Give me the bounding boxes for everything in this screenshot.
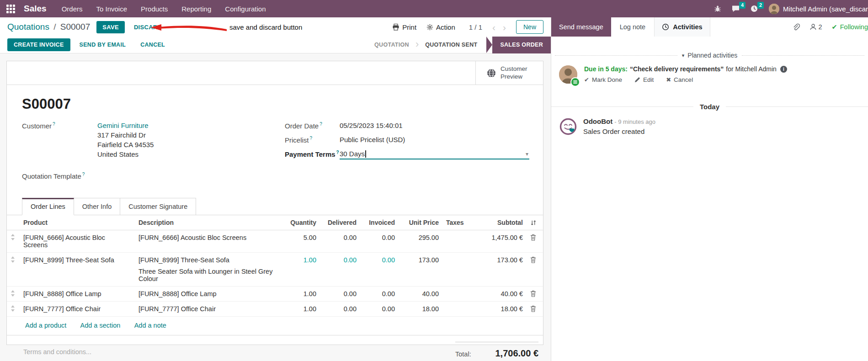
cell-description[interactable]: [FURN_8999] Three-Seat Sofa Three Seater… <box>135 253 279 287</box>
cell-product[interactable]: [FURN_8888] Office Lamp <box>20 287 135 302</box>
add-product-link[interactable]: Add a product <box>25 322 66 329</box>
breadcrumb-quotations[interactable]: Quotations <box>7 22 49 32</box>
menu-orders[interactable]: Orders <box>55 0 90 17</box>
new-button[interactable]: New <box>516 20 543 34</box>
menu-products[interactable]: Products <box>134 0 175 17</box>
tab-customer-signature[interactable]: Customer Signature <box>120 198 196 215</box>
cell-product[interactable]: [FURN_7777] Office Chair <box>20 302 135 317</box>
cell-taxes[interactable] <box>442 253 472 287</box>
following-button[interactable]: ✔ Following <box>832 23 868 31</box>
order-date-value[interactable]: 05/25/2023 15:40:01 <box>340 122 403 130</box>
cell-taxes[interactable] <box>442 287 472 302</box>
cell-unit-price[interactable]: 18.00 <box>399 302 442 317</box>
delete-row-button[interactable] <box>527 230 543 253</box>
optional-columns-button[interactable] <box>527 215 543 230</box>
cancel-button[interactable]: CANCEL <box>135 38 170 51</box>
delete-row-button[interactable] <box>527 302 543 317</box>
cell-invoiced[interactable]: 0.00 <box>360 253 399 287</box>
app-name[interactable]: Sales <box>21 4 55 14</box>
cell-taxes[interactable] <box>442 230 472 253</box>
stage-sales-order[interactable]: SALES ORDER <box>492 37 551 53</box>
cell-description[interactable]: [FURN_6666] Acoustic Bloc Screens <box>135 230 279 253</box>
pager-previous[interactable]: ‹ <box>492 22 495 32</box>
cell-product[interactable]: [FURN_8999] Three-Seat Sofa <box>20 253 135 287</box>
cell-subtotal[interactable]: 1,475.00 € <box>472 230 527 253</box>
col-quantity[interactable]: Quantity <box>279 215 320 230</box>
cell-description[interactable]: [FURN_7777] Office Chair <box>135 302 279 317</box>
pager-next[interactable]: › <box>503 22 506 32</box>
cell-description[interactable]: [FURN_8888] Office Lamp <box>135 287 279 302</box>
delete-row-button[interactable] <box>527 253 543 287</box>
tab-order-lines[interactable]: Order Lines <box>22 198 74 215</box>
menu-configuration[interactable]: Configuration <box>218 0 272 17</box>
apps-menu-button[interactable] <box>0 0 21 17</box>
tab-other-info[interactable]: Other Info <box>74 198 120 215</box>
debug-bug-icon[interactable] <box>709 0 726 17</box>
drag-handle-icon[interactable] <box>7 230 20 253</box>
attach-files-button[interactable] <box>792 23 800 31</box>
menu-to-invoice[interactable]: To Invoice <box>90 0 134 17</box>
dropdown-caret-icon[interactable]: ▾ <box>526 151 528 157</box>
cell-invoiced[interactable]: 0.00 <box>360 287 399 302</box>
cell-quantity[interactable]: 5.00 <box>279 230 320 253</box>
customer-link[interactable]: Gemini Furniture <box>97 122 154 129</box>
col-delivered[interactable]: Delivered <box>320 215 360 230</box>
activities-schedule-button[interactable]: Activities <box>654 17 710 37</box>
message-author[interactable]: OdooBot <box>583 117 612 125</box>
col-product[interactable]: Product <box>20 215 135 230</box>
action-button[interactable]: Action <box>426 23 455 31</box>
drag-handle-icon[interactable] <box>7 302 20 317</box>
send-message-button[interactable]: Send message <box>551 17 611 37</box>
col-invoiced[interactable]: Invoiced <box>360 215 399 230</box>
stage-quotation-sent[interactable]: QUOTATION SENT <box>419 42 484 48</box>
cell-subtotal[interactable]: 173.00 € <box>472 253 527 287</box>
col-subtotal[interactable]: Subtotal <box>472 215 527 230</box>
menu-reporting[interactable]: Reporting <box>175 0 218 17</box>
cell-taxes[interactable] <box>442 302 472 317</box>
planned-activities-toggle[interactable]: ▾ Planned activities <box>682 52 737 59</box>
customer-preview-button[interactable]: Customer Preview <box>475 61 543 85</box>
user-name[interactable]: Mitchell Admin (save_discar <box>783 5 868 13</box>
cell-subtotal[interactable]: 40.00 € <box>472 287 527 302</box>
save-button[interactable]: SAVE <box>96 21 125 33</box>
send-by-email-button[interactable]: SEND BY EMAIL <box>74 38 132 51</box>
add-note-link[interactable]: Add a note <box>134 322 166 329</box>
cell-quantity[interactable]: 1.00 <box>279 253 320 287</box>
log-note-button[interactable]: Log note <box>611 17 654 37</box>
cell-unit-price[interactable]: 173.00 <box>399 253 442 287</box>
cell-product[interactable]: [FURN_6666] Acoustic Bloc Screens <box>20 230 135 253</box>
stage-quotation[interactable]: QUOTATION <box>368 42 415 48</box>
followers-button[interactable]: 2 <box>809 23 822 31</box>
activities-button[interactable]: 2 <box>745 0 763 17</box>
cell-subtotal[interactable]: 18.00 € <box>472 302 527 317</box>
col-taxes[interactable]: Taxes <box>442 215 472 230</box>
cell-invoiced[interactable]: 0.00 <box>360 230 399 253</box>
messages-button[interactable]: 4 <box>726 0 745 17</box>
cell-quantity[interactable]: 1.00 <box>279 302 320 317</box>
mark-done-button[interactable]: ✔ Mark Done <box>584 76 622 83</box>
cell-invoiced[interactable]: 0.00 <box>360 302 399 317</box>
add-section-link[interactable]: Add a section <box>80 322 121 329</box>
drag-handle-icon[interactable] <box>7 287 20 302</box>
edit-activity-button[interactable]: Edit <box>634 76 654 83</box>
col-unit-price[interactable]: Unit Price <box>399 215 442 230</box>
cell-unit-price[interactable]: 40.00 <box>399 287 442 302</box>
cell-quantity[interactable]: 1.00 <box>279 287 320 302</box>
payment-terms-input[interactable]: 30 Days ▾ <box>340 150 529 159</box>
cancel-activity-button[interactable]: ✖ Cancel <box>666 76 693 83</box>
cell-delivered[interactable]: 0.00 <box>320 253 360 287</box>
cell-delivered[interactable]: 0.00 <box>320 302 360 317</box>
terms-placeholder[interactable]: Terms and conditions... <box>23 348 91 359</box>
cell-delivered[interactable]: 0.00 <box>320 287 360 302</box>
cell-unit-price[interactable]: 295.00 <box>399 230 442 253</box>
create-invoice-button[interactable]: CREATE INVOICE <box>7 38 70 51</box>
delete-row-button[interactable] <box>527 287 543 302</box>
user-avatar[interactable] <box>769 4 779 14</box>
odoobot-avatar[interactable] <box>559 117 577 136</box>
info-icon[interactable]: i <box>780 66 787 73</box>
col-description[interactable]: Description <box>135 215 279 230</box>
drag-handle-icon[interactable] <box>7 253 20 287</box>
print-button[interactable]: Print <box>392 23 416 31</box>
pricelist-value[interactable]: Public Pricelist (USD) <box>340 136 405 144</box>
cell-delivered[interactable]: 0.00 <box>320 230 360 253</box>
